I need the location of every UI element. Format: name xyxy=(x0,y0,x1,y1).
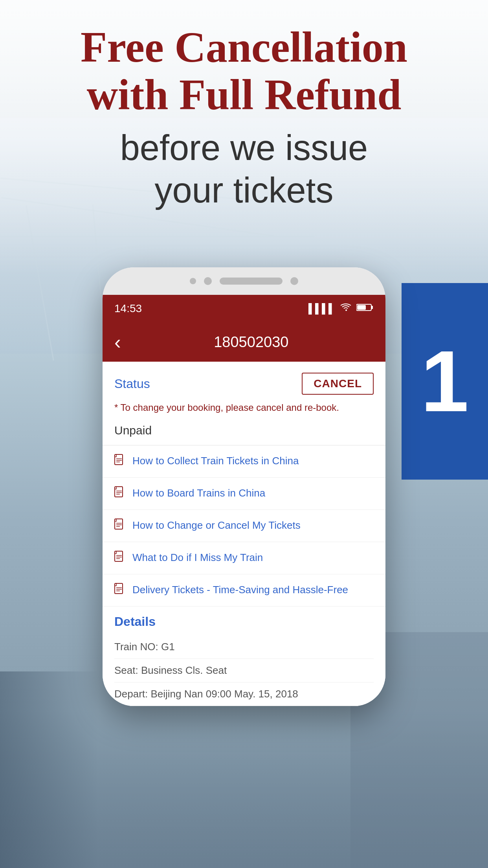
header-section: Free Cancellation with Full Refund befor… xyxy=(0,24,488,211)
svg-rect-19 xyxy=(115,583,123,594)
link-item-1[interactable]: How to Board Trains in China xyxy=(103,478,385,510)
nav-bar: ‹ 180502030 xyxy=(103,322,385,362)
nav-title: 180502030 xyxy=(129,334,374,351)
status-notice: * To change your booking, please cancel … xyxy=(114,401,374,414)
left-overlay xyxy=(0,671,98,868)
phone-top-bar xyxy=(103,267,385,295)
status-bar: 14:53 ▌▌▌▌ xyxy=(103,295,385,322)
cancel-button[interactable]: CANCEL xyxy=(302,373,374,395)
status-section: Status CANCEL * To change your booking, … xyxy=(103,362,385,445)
svg-rect-2 xyxy=(357,305,366,310)
link-item-0[interactable]: How to Collect Train Tickets in China xyxy=(103,445,385,478)
document-icon-0 xyxy=(114,454,125,469)
sensor-dot-3 xyxy=(290,277,298,285)
detail-item-0: Train NO: G1 xyxy=(114,635,374,659)
link-text-3: What to Do if I Miss My Train xyxy=(132,551,263,565)
phone-speaker xyxy=(220,278,283,285)
status-value: Unpaid xyxy=(114,420,374,437)
link-item-4[interactable]: Delivery Tickets - Time-Saving and Hassl… xyxy=(103,574,385,607)
app-content: Status CANCEL * To change your booking, … xyxy=(103,362,385,706)
link-text-2: How to Change or Cancel My Tickets xyxy=(132,519,301,532)
details-header: Details xyxy=(114,614,374,629)
detail-depart: Depart: Beijing Nan 09:00 May. 15, 2018 xyxy=(114,688,298,700)
document-icon-4 xyxy=(114,583,125,598)
header-subtitle: before we issue your tickets xyxy=(24,127,464,211)
header-title: Free Cancellation with Full Refund xyxy=(24,24,464,119)
svg-rect-1 xyxy=(371,306,373,309)
phone-frame: 14:53 ▌▌▌▌ xyxy=(103,267,385,706)
phone-mockup: 14:53 ▌▌▌▌ xyxy=(103,267,385,706)
detail-seat: Seat: Business Cls. Seat xyxy=(114,664,227,676)
blue-sign: 1 xyxy=(402,283,488,480)
battery-icon xyxy=(356,303,374,314)
sensor-dot-2 xyxy=(204,277,212,285)
status-label: Status xyxy=(114,377,150,391)
status-header: Status CANCEL xyxy=(114,373,374,395)
wifi-icon xyxy=(340,303,352,314)
sensor-dot-1 xyxy=(190,278,196,284)
link-text-1: How to Board Trains in China xyxy=(132,487,265,500)
back-button[interactable]: ‹ xyxy=(114,331,121,353)
svg-rect-7 xyxy=(115,487,123,497)
detail-item-1: Seat: Business Cls. Seat xyxy=(114,659,374,682)
link-item-3[interactable]: What to Do if I Miss My Train xyxy=(103,542,385,574)
detail-train-no: Train NO: G1 xyxy=(114,641,175,653)
svg-rect-15 xyxy=(115,551,123,561)
link-text-0: How to Collect Train Tickets in China xyxy=(132,454,299,468)
link-item-2[interactable]: How to Change or Cancel My Tickets xyxy=(103,510,385,542)
document-icon-1 xyxy=(114,486,125,501)
document-icon-3 xyxy=(114,551,125,565)
status-time: 14:53 xyxy=(114,302,142,315)
svg-rect-3 xyxy=(115,454,123,465)
document-icon-2 xyxy=(114,519,125,533)
status-icons: ▌▌▌▌ xyxy=(308,303,374,314)
details-section: Details Train NO: G1 Seat: Business Cls.… xyxy=(103,607,385,706)
signal-icon: ▌▌▌▌ xyxy=(308,303,335,314)
detail-item-2: Depart: Beijing Nan 09:00 May. 15, 2018 xyxy=(114,682,374,706)
link-text-4: Delivery Tickets - Time-Saving and Hassl… xyxy=(132,583,348,597)
links-section: How to Collect Train Tickets in China Ho… xyxy=(103,445,385,607)
svg-rect-11 xyxy=(115,519,123,529)
